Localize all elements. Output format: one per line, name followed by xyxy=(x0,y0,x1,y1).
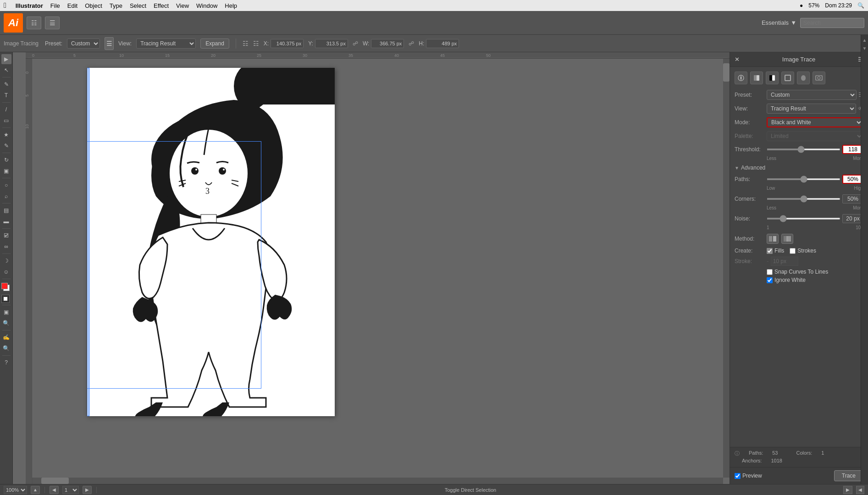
free-transform-tool[interactable]: ⌕ xyxy=(1,191,11,201)
warp-tool[interactable]: ○ xyxy=(1,180,11,190)
svg-point-20 xyxy=(191,167,199,175)
type-tool[interactable]: T xyxy=(1,90,11,100)
eyedropper-tool[interactable]: 🗹 xyxy=(1,231,11,241)
h-input[interactable] xyxy=(426,39,459,48)
corners-slider[interactable] xyxy=(767,198,840,200)
zoom-tool2[interactable]: 🔍 xyxy=(1,343,11,353)
transform-icon[interactable]: ☷ xyxy=(243,40,249,47)
menu-type[interactable]: Type xyxy=(110,2,122,9)
rotate-tool[interactable]: ↻ xyxy=(1,155,11,165)
paths-slider[interactable] xyxy=(767,178,840,180)
view-label: View: xyxy=(118,40,132,47)
blend-tool[interactable]: ∞ xyxy=(1,242,11,252)
expand-button[interactable]: Expand xyxy=(200,38,229,49)
anchors-count-value: 1018 xyxy=(771,458,782,463)
preview-checkbox[interactable] xyxy=(735,473,741,479)
method-abutting-icon[interactable] xyxy=(767,234,779,244)
zoom-select[interactable]: 100% 50% 200% xyxy=(4,486,27,494)
method-overlapping-icon[interactable] xyxy=(781,234,793,244)
scale-tool[interactable]: ▣ xyxy=(1,166,11,176)
menu-edit[interactable]: Edit xyxy=(67,2,77,9)
search-input[interactable] xyxy=(800,18,864,28)
rect-tool[interactable]: ▭ xyxy=(1,116,11,126)
menu-select[interactable]: Select xyxy=(130,2,146,9)
menu-file[interactable]: File xyxy=(50,2,60,9)
y-input[interactable] xyxy=(315,39,348,48)
menu-object[interactable]: Object xyxy=(85,2,102,9)
layout-toggle[interactable]: ☰ xyxy=(45,16,60,29)
view-field[interactable]: Tracing Result xyxy=(767,104,856,114)
fills-checkbox[interactable] xyxy=(767,248,773,254)
preset-field[interactable]: Custom xyxy=(767,90,857,100)
strokes-checkbox[interactable] xyxy=(790,248,796,254)
noise-slider[interactable] xyxy=(767,218,840,220)
auto-color-icon[interactable] xyxy=(735,72,747,84)
tracing-bar: Image Tracing Preset: Custom ☰ View: Tra… xyxy=(0,35,868,52)
essentials-chevron[interactable]: ▼ xyxy=(791,19,796,26)
menu-effect[interactable]: Effect xyxy=(154,2,169,9)
menubar:  Illustrator File Edit Object Type Sele… xyxy=(0,0,868,11)
menu-window[interactable]: Window xyxy=(196,2,217,9)
menu-help[interactable]: Help xyxy=(225,2,237,9)
view-select[interactable]: Tracing Result xyxy=(136,38,196,49)
view-row: View: Tracing Result 👁 xyxy=(735,104,863,114)
palette-field[interactable]: Limited xyxy=(767,131,863,141)
line-tool[interactable]: / xyxy=(1,104,11,115)
prev-frame-button[interactable]: ◀ xyxy=(856,486,864,494)
svg-text:5: 5 xyxy=(26,94,29,97)
pen-tool[interactable]: ✎ xyxy=(1,79,11,89)
zoom-tool[interactable]: 🔍 xyxy=(1,318,11,328)
hand-tool[interactable]: ✍ xyxy=(1,332,11,342)
photo-icon[interactable] xyxy=(813,72,825,84)
page-select[interactable]: 1 xyxy=(62,486,79,494)
grid-icon[interactable]: ☷ xyxy=(253,40,259,47)
paintbrush-tool[interactable]: ★ xyxy=(1,130,11,140)
pencil-tool[interactable]: ✎ xyxy=(1,141,11,151)
trace-button[interactable]: Trace xyxy=(834,470,863,481)
screen-mode[interactable]: ▣ xyxy=(1,307,11,317)
prev-page-button[interactable]: ◀ xyxy=(50,486,59,494)
mode-field[interactable]: Black and White xyxy=(767,117,863,127)
preset-options-btn[interactable]: ☰ xyxy=(105,37,114,50)
snap-curves-checkbox[interactable] xyxy=(767,269,773,275)
apple-menu[interactable]:  xyxy=(4,1,6,10)
silhouette-icon[interactable] xyxy=(797,72,810,84)
next-page-button[interactable]: ▶ xyxy=(83,486,92,494)
link2-icon[interactable]: ☍ xyxy=(409,40,414,47)
play-button[interactable]: ▶ xyxy=(843,486,852,494)
x-label: X: xyxy=(264,40,269,47)
bw-icon[interactable] xyxy=(766,72,779,84)
app-name[interactable]: Illustrator xyxy=(16,2,43,9)
selection-tool[interactable]: ▶ xyxy=(1,54,11,64)
menu-view[interactable]: View xyxy=(176,2,189,9)
panel-body: Preset: Custom ☰ View: Tracing Result 👁 xyxy=(730,67,868,447)
search-icon[interactable]: 🔍 xyxy=(857,2,864,9)
fill-stroke-swatches[interactable] xyxy=(1,295,11,303)
advanced-toggle[interactable]: ▼ Advanced xyxy=(735,165,863,171)
w-input[interactable] xyxy=(371,39,404,48)
strip-btn-1[interactable]: ▲ xyxy=(862,37,868,43)
slice-tool[interactable]: ☺ xyxy=(1,267,11,277)
workspace-switcher[interactable]: ☷ xyxy=(27,16,41,29)
close-icon[interactable]: ✕ xyxy=(735,56,740,63)
link-icon[interactable]: ☍ xyxy=(353,40,358,47)
chart-tool[interactable]: ▤ xyxy=(1,205,11,215)
zoom-in-button[interactable]: ▲ xyxy=(31,486,40,494)
outline-icon[interactable] xyxy=(781,72,794,84)
color-swatches[interactable] xyxy=(1,283,11,293)
canvas-viewport[interactable]: 3 xyxy=(32,59,723,478)
x-input[interactable] xyxy=(271,39,304,48)
strip-btn-2[interactable]: ▼ xyxy=(862,45,868,51)
artboard-tool[interactable]: ☽ xyxy=(1,256,11,266)
direct-selection-tool[interactable]: ↖ xyxy=(1,65,11,75)
scrollbar-vertical[interactable] xyxy=(723,59,730,478)
grayscale-icon[interactable] xyxy=(750,72,763,84)
preset-select[interactable]: Custom xyxy=(67,38,100,49)
scrollbar-horizontal[interactable] xyxy=(32,478,723,484)
w-coord-group: W: xyxy=(363,39,404,48)
tool-separator-7 xyxy=(2,228,11,229)
threshold-slider[interactable] xyxy=(767,148,840,150)
gradient-tool[interactable]: ▬ xyxy=(1,216,11,226)
ignore-white-checkbox[interactable] xyxy=(767,277,773,283)
help-tool[interactable]: ? xyxy=(1,358,11,368)
